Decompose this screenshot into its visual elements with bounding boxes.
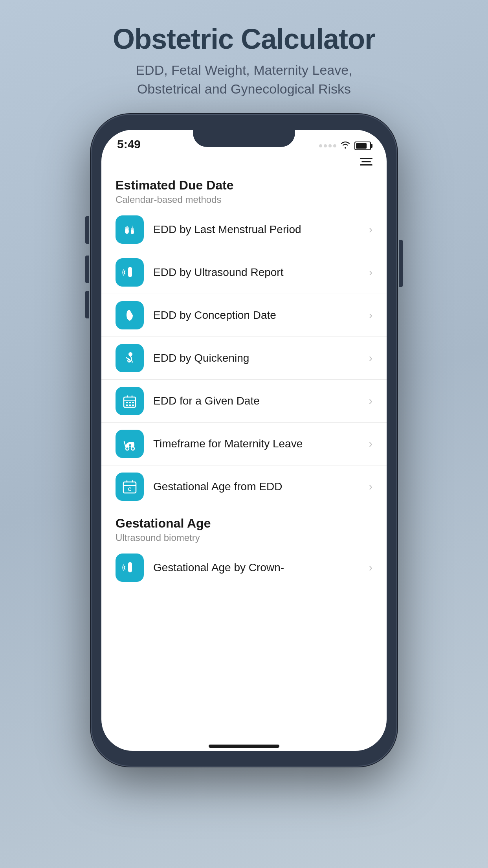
app-title: Obstetric Calculator — [113, 24, 375, 55]
phone-shell: 5:49 — [91, 114, 397, 767]
svg-point-14 — [126, 447, 129, 450]
chevron-gestational-age-edd: › — [369, 480, 372, 493]
svg-rect-23 — [128, 562, 132, 572]
edd-given-date-icon-box — [116, 387, 144, 415]
notch — [193, 130, 295, 147]
app-subtitle: EDD, Fetal Weight, Maternity Leave,Obste… — [113, 61, 375, 98]
calendar-clock-icon: C — [122, 479, 138, 495]
svg-rect-12 — [129, 405, 131, 406]
menu-item-gestational-age-crown[interactable]: Gestational Age by Crown- › — [101, 546, 387, 589]
svg-rect-2 — [128, 267, 132, 277]
svg-rect-11 — [126, 405, 128, 406]
menu-label-edd-ultrasound: EDD by Ultrasound Report — [153, 266, 360, 279]
chevron-edd-given-date: › — [369, 395, 372, 407]
svg-rect-10 — [132, 402, 134, 403]
menu-label-edd-lmp: EDD by Last Menstrual Period — [153, 223, 360, 236]
home-indicator — [209, 745, 279, 748]
phone-screen: 5:49 — [101, 130, 387, 751]
app-header: Obstetric Calculator EDD, Fetal Weight, … — [81, 0, 407, 114]
drops-icon — [122, 222, 138, 237]
edd-quickening-icon-box — [116, 344, 144, 372]
section-title-ga: Gestational Age — [116, 516, 372, 531]
ultrasound2-icon — [122, 560, 138, 576]
screen-content: Estimated Due Date Calendar-based method… — [101, 170, 387, 738]
toolbar — [101, 155, 387, 170]
status-time: 5:49 — [117, 138, 141, 151]
chevron-edd-ultrasound: › — [369, 266, 372, 279]
section-subtitle-ga: Ultrasound biometry — [116, 532, 372, 543]
section-estimated-due-date: Estimated Due Date Calendar-based method… — [101, 170, 387, 208]
menu-item-gestational-age-edd[interactable]: C Gestational Age from EDD › — [101, 465, 387, 508]
chevron-edd-quickening: › — [369, 352, 372, 364]
battery-icon — [354, 142, 371, 150]
menu-item-edd-given-date[interactable]: EDD for a Given Date › — [101, 380, 387, 423]
chevron-edd-conception: › — [369, 309, 372, 322]
menu-item-edd-ultrasound[interactable]: EDD by Ultrasound Report › — [101, 251, 387, 294]
menu-label-edd-quickening: EDD by Quickening — [153, 352, 360, 364]
edd-lmp-icon-box — [116, 215, 144, 244]
ultrasound-icon — [122, 265, 138, 280]
section-title-edd: Estimated Due Date — [116, 178, 372, 193]
section-subtitle-edd: Calendar-based methods — [116, 194, 372, 205]
edd-menu-list: EDD by Last Menstrual Period › EDD by Ul… — [101, 208, 387, 508]
svg-point-17 — [129, 444, 131, 447]
svg-text:C: C — [128, 487, 132, 492]
menu-label-maternity-leave: Timeframe for Maternity Leave — [153, 438, 360, 450]
svg-rect-13 — [132, 405, 134, 406]
gestational-age-edd-icon-box: C — [116, 473, 144, 501]
status-icons — [319, 141, 371, 151]
svg-point-15 — [131, 447, 134, 450]
chevron-maternity-leave: › — [369, 438, 372, 450]
menu-label-edd-conception: EDD by Conception Date — [153, 309, 360, 322]
svg-rect-8 — [126, 402, 128, 403]
edd-ultrasound-icon-box — [116, 258, 144, 287]
svg-rect-9 — [129, 402, 131, 403]
gestational-age-crown-icon-box — [116, 554, 144, 582]
menu-item-edd-lmp[interactable]: EDD by Last Menstrual Period › — [101, 208, 387, 251]
chevron-gestational-age-crown: › — [369, 561, 372, 574]
menu-item-maternity-leave[interactable]: Timeframe for Maternity Leave › — [101, 423, 387, 465]
stroller-icon — [122, 436, 138, 452]
edd-conception-icon-box — [116, 301, 144, 329]
svg-point-3 — [128, 352, 132, 356]
fetus-icon — [122, 350, 138, 366]
section-gestational-age: Gestational Age Ultrasound biometry — [101, 508, 387, 546]
svg-line-16 — [124, 441, 126, 447]
wifi-icon — [340, 141, 350, 151]
menu-item-edd-quickening[interactable]: EDD by Quickening › — [101, 337, 387, 380]
menu-label-gestational-age-edd: Gestational Age from EDD — [153, 480, 360, 493]
filter-icon[interactable] — [360, 158, 372, 166]
drop-icon — [122, 307, 138, 323]
menu-item-edd-conception[interactable]: EDD by Conception Date › — [101, 294, 387, 337]
menu-label-edd-given-date: EDD for a Given Date — [153, 395, 360, 407]
signal-dots-icon — [319, 144, 336, 147]
chevron-edd-lmp: › — [369, 223, 372, 236]
menu-label-gestational-age-crown: Gestational Age by Crown- — [153, 561, 360, 574]
maternity-leave-icon-box — [116, 430, 144, 458]
calendar-grid-icon — [122, 393, 138, 409]
